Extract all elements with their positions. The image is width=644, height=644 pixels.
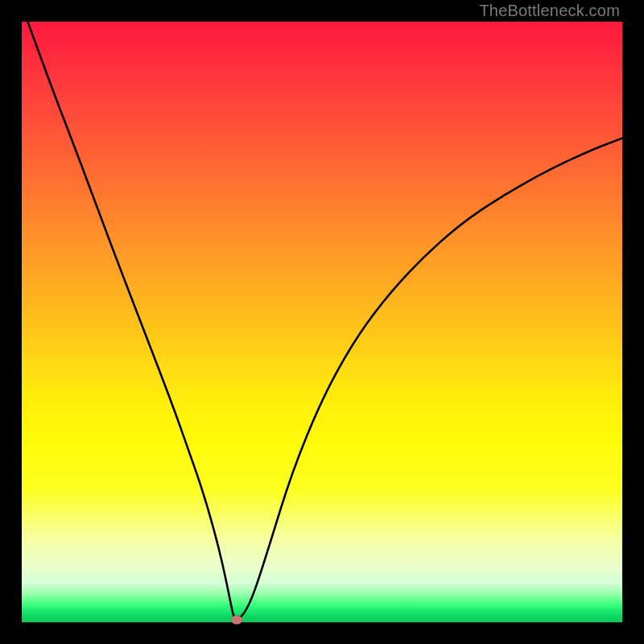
- bottleneck-curve: [22, 22, 622, 622]
- plot-area: [22, 22, 622, 622]
- chart-frame: TheBottleneck.com: [0, 0, 644, 644]
- watermark-text: TheBottleneck.com: [479, 2, 620, 20]
- bottleneck-minimum-marker: [231, 615, 242, 624]
